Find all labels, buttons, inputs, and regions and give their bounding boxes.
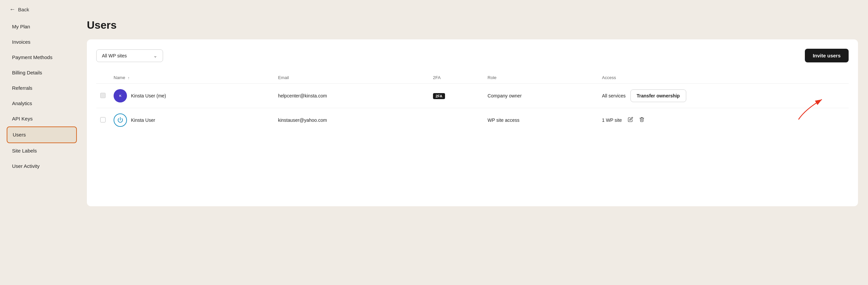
content-card: All WP sites ⌄ Invite users Name ↑ — [87, 39, 858, 206]
sidebar-item-analytics[interactable]: Analytics — [7, 96, 77, 111]
pencil-icon — [628, 117, 633, 122]
row1-user-name: Kinsta User (me) — [131, 93, 166, 99]
row2-access-cell: 1 WP site — [598, 108, 848, 133]
row2-access-actions: 1 WP site — [602, 115, 845, 125]
back-button[interactable]: ← Back — [9, 6, 29, 13]
col-header-checkbox — [96, 72, 110, 84]
row2-email: kinstauser@yahoo.com — [274, 108, 429, 133]
row1-access-actions: All services Transfer ownership — [602, 90, 845, 102]
main-content: Users All WP sites ⌄ Invite users — [77, 19, 868, 272]
sidebar: My Plan Invoices Payment Methods Billing… — [0, 19, 77, 272]
col-header-access: Access — [598, 72, 848, 84]
row1-avatar: K — [114, 89, 127, 102]
row1-email: helpcenter@kinsta.com — [274, 84, 429, 108]
sidebar-item-invoices[interactable]: Invoices — [7, 34, 77, 50]
table-wrapper: Name ↑ Email 2FA Role Access — [96, 72, 848, 132]
filter-dropdown[interactable]: All WP sites ⌄ — [96, 49, 163, 62]
toolbar-row: All WP sites ⌄ Invite users — [96, 49, 848, 62]
col-header-email: Email — [274, 72, 429, 84]
sidebar-item-billing-details[interactable]: Billing Details — [7, 65, 77, 80]
trash-icon — [639, 117, 645, 122]
filter-label: All WP sites — [102, 53, 127, 59]
table-row: K Kinsta User (me) helpcenter@kinsta.com… — [96, 84, 848, 108]
power-icon — [117, 117, 124, 123]
row1-2fa: 2FA — [429, 84, 484, 108]
row2-user-name: Kinsta User — [131, 117, 155, 123]
row1-user-info: K Kinsta User (me) — [114, 89, 270, 102]
invite-users-button[interactable]: Invite users — [805, 49, 848, 62]
table-header-row: Name ↑ Email 2FA Role Access — [96, 72, 848, 84]
row2-user-info: Kinsta User — [114, 113, 270, 127]
chevron-down-icon: ⌄ — [153, 53, 157, 59]
row2-avatar — [114, 113, 127, 127]
row2-action-icons — [626, 115, 646, 125]
row1-role: Company owner — [484, 84, 598, 108]
col-header-role: Role — [484, 72, 598, 84]
edit-button[interactable] — [626, 115, 634, 125]
row1-avatar-label: K — [119, 94, 121, 98]
sidebar-item-payment-methods[interactable]: Payment Methods — [7, 50, 77, 65]
row2-2fa — [429, 108, 484, 133]
sidebar-item-user-activity[interactable]: User Activity — [7, 158, 77, 174]
back-label: Back — [18, 7, 29, 12]
sidebar-item-my-plan[interactable]: My Plan — [7, 19, 77, 34]
row1-access-label: All services — [602, 93, 626, 99]
row2-name-cell: Kinsta User — [110, 108, 274, 133]
sidebar-item-api-keys[interactable]: API Keys — [7, 111, 77, 127]
top-bar: ← Back — [0, 0, 868, 19]
sidebar-item-referrals[interactable]: Referrals — [7, 80, 77, 96]
col-header-2fa: 2FA — [429, 72, 484, 84]
row1-checkbox-cell — [96, 84, 110, 108]
users-table: Name ↑ Email 2FA Role Access — [96, 72, 848, 132]
delete-button[interactable] — [638, 115, 646, 125]
back-arrow-icon: ← — [9, 6, 16, 13]
row1-access-cell: All services Transfer ownership — [598, 84, 848, 108]
row2-checkbox-cell[interactable] — [96, 108, 110, 133]
sidebar-item-users[interactable]: Users — [7, 127, 77, 143]
row1-2fa-badge: 2FA — [433, 93, 445, 99]
row2-checkbox[interactable] — [100, 117, 105, 122]
col-header-name[interactable]: Name ↑ — [110, 72, 274, 84]
sidebar-item-site-labels[interactable]: Site Labels — [7, 143, 77, 158]
sort-asc-icon: ↑ — [128, 76, 130, 80]
row1-name-cell: K Kinsta User (me) — [110, 84, 274, 108]
row2-role: WP site access — [484, 108, 598, 133]
row2-access-label: 1 WP site — [602, 117, 622, 123]
transfer-ownership-button[interactable]: Transfer ownership — [630, 90, 686, 102]
main-layout: My Plan Invoices Payment Methods Billing… — [0, 19, 868, 285]
table-row: Kinsta User kinstauser@yahoo.com WP site… — [96, 108, 848, 133]
row1-checkbox — [100, 93, 105, 98]
page-title: Users — [87, 19, 858, 31]
